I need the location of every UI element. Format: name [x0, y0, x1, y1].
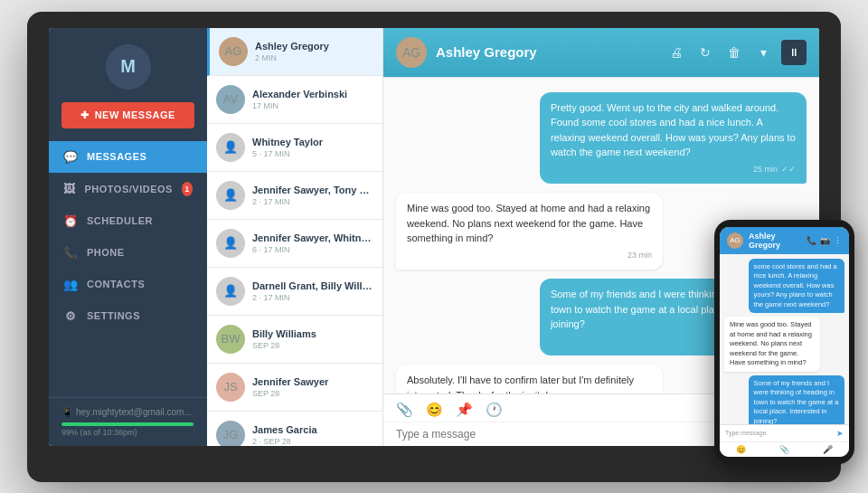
chat-header-actions: 🖨 ↻ 🗑 ▾ ⏸: [665, 40, 807, 65]
conv-name: Jennifer Sawyer: [252, 376, 373, 387]
list-item[interactable]: 👤 Jennifer Sawyer, Whitney Taylor 6 · 17…: [207, 220, 382, 268]
avatar: 👤: [216, 277, 245, 306]
delete-icon[interactable]: 🗑: [723, 42, 745, 63]
clock-icon[interactable]: 🕐: [486, 402, 503, 418]
sidebar-item-label: CONTACTS: [87, 279, 145, 289]
conv-meta: 2 MIN: [255, 53, 373, 62]
conv-meta: 2 · SEP 28: [252, 437, 373, 446]
avatar: 👤: [216, 229, 245, 258]
conv-name: Jennifer Sawyer, Tony Liang: [252, 185, 373, 195]
phone-avatar: AG: [727, 232, 743, 249]
phone-call-icon[interactable]: 📞: [807, 236, 816, 245]
message-text: Absolutely. I'll have to confirm later b…: [407, 374, 634, 393]
phone-small-icon: 📱: [61, 407, 72, 417]
phone-bottom-bar: 😊 📎 🎤: [720, 441, 849, 457]
phone-messages: some cool stores and had a nice lunch. A…: [720, 254, 849, 424]
list-item[interactable]: JG James Garcia 2 · SEP 28: [207, 412, 382, 446]
conv-name: Ashley Gregory: [255, 41, 373, 52]
list-item[interactable]: AV Alexander Verbinski 17 MIN: [207, 76, 382, 124]
sidebar-logo: M: [49, 28, 207, 102]
phone-overlay: AG Ashley Gregory 📞 📷 ⋮ some cool stores…: [714, 220, 854, 464]
conv-name: Jennifer Sawyer, Whitney Taylor: [252, 232, 373, 243]
phone-icon: 📞: [63, 246, 78, 260]
sidebar-item-label: SCHEDULER: [87, 215, 153, 226]
phone-video-icon[interactable]: 📷: [820, 236, 830, 245]
logo-icon: M: [106, 44, 151, 90]
conv-meta: 6 · 17 MIN: [252, 245, 373, 254]
sidebar-item-label: MESSAGES: [87, 151, 146, 162]
phone-message: some cool stores and had a nice lunch. A…: [749, 259, 844, 314]
phone-attach-icon[interactable]: 📎: [779, 445, 789, 454]
phone-header-icons: 📞 📷 ⋮: [807, 236, 842, 245]
conv-meta: 17 MIN: [252, 101, 373, 110]
sidebar: M ✚ NEW MESSAGE 💬 MESSAGES 🖼 PHOTOS/VIDE…: [49, 28, 207, 446]
sidebar-item-messages[interactable]: 💬 MESSAGES: [49, 141, 207, 173]
avatar: 👤: [216, 181, 245, 210]
phone-send-icon[interactable]: ➤: [836, 429, 844, 438]
list-item[interactable]: 👤 Whitney Taylor 5 · 17 MIN: [207, 124, 382, 172]
sidebar-item-label: PHONE: [87, 247, 125, 258]
read-icon: ✓✓: [781, 164, 796, 176]
conv-name: James Garcia: [252, 424, 373, 435]
conv-meta: 2 · 17 MIN: [252, 293, 373, 302]
attach-icon[interactable]: 📎: [396, 402, 413, 418]
conv-meta: SEP 28: [252, 389, 373, 398]
conv-meta: 5 · 17 MIN: [252, 149, 373, 158]
pause-button[interactable]: ⏸: [781, 40, 807, 65]
new-message-button[interactable]: ✚ NEW MESSAGE: [61, 102, 194, 128]
battery-bar: [61, 422, 194, 426]
photos-icon: 🖼: [63, 182, 76, 195]
message-time: 25 min ✓✓: [551, 164, 796, 176]
photos-badge: 1: [182, 182, 193, 196]
phone-menu-icon[interactable]: ⋮: [834, 236, 842, 245]
list-item[interactable]: BW Billy Williams SEP 28: [207, 316, 382, 364]
phone-input-placeholder: Type message: [725, 430, 833, 436]
sidebar-item-contacts[interactable]: 👥 CONTACTS: [49, 269, 207, 300]
phone-header: AG Ashley Gregory 📞 📷 ⋮: [720, 227, 849, 254]
conv-name: Alexander Verbinski: [252, 89, 373, 100]
chat-header-name: Ashley Gregory: [436, 44, 656, 60]
list-item[interactable]: AG Ashley Gregory 2 MIN: [207, 28, 382, 76]
settings-icon: ⚙: [63, 309, 78, 323]
battery-label: 99% (as of 10:36pm): [61, 428, 194, 437]
avatar: BW: [216, 325, 245, 354]
sidebar-item-photos-videos[interactable]: 🖼 PHOTOS/VIDEOS 1: [49, 173, 207, 205]
phone-message: Some of my friends and I were thinking o…: [749, 375, 844, 424]
conv-name: Darnell Grant, Billy Williams: [252, 280, 373, 291]
conv-name: Whitney Taylor: [252, 137, 373, 147]
message-bubble: Absolutely. I'll have to confirm later b…: [396, 365, 663, 393]
print-icon[interactable]: 🖨: [665, 42, 687, 63]
chat-header-avatar: AG: [396, 37, 427, 68]
message-text: Pretty good. Went up to the city and wal…: [551, 102, 796, 158]
avatar: JS: [216, 373, 245, 402]
chevron-down-icon[interactable]: ▾: [752, 42, 774, 63]
sidebar-item-settings[interactable]: ⚙ SETTINGS: [49, 300, 207, 332]
conv-name: Billy Williams: [252, 328, 373, 339]
pin-icon[interactable]: 📌: [456, 402, 473, 418]
sidebar-item-phone[interactable]: 📞 PHONE: [49, 237, 207, 269]
message-bubble: Mine was good too. Stayed at home and ha…: [396, 193, 663, 270]
avatar: 👤: [216, 133, 245, 162]
list-item[interactable]: JS Jennifer Sawyer SEP 28: [207, 364, 382, 412]
emoji-icon[interactable]: 😊: [426, 402, 443, 418]
phone-screen: AG Ashley Gregory 📞 📷 ⋮ some cool stores…: [720, 227, 849, 457]
phone-input-area: Type message ➤: [720, 424, 849, 441]
list-item[interactable]: 👤 Darnell Grant, Billy Williams 2 · 17 M…: [207, 268, 382, 316]
refresh-icon[interactable]: ↻: [694, 42, 716, 63]
sidebar-nav: 💬 MESSAGES 🖼 PHOTOS/VIDEOS 1 ⏰ SCHEDULER…: [49, 141, 207, 397]
laptop-frame: M ✚ NEW MESSAGE 💬 MESSAGES 🖼 PHOTOS/VIDE…: [27, 12, 841, 482]
conv-meta: SEP 28: [252, 341, 373, 350]
phone-emoji-icon[interactable]: 😊: [736, 445, 746, 454]
sidebar-item-scheduler[interactable]: ⏰ SCHEDULER: [49, 205, 207, 237]
phone-mic-icon[interactable]: 🎤: [823, 445, 833, 454]
sidebar-footer: 📱 hey.mightytext@gmail.com... 99% (as of…: [49, 397, 207, 446]
chat-header: AG Ashley Gregory 🖨 ↻ 🗑 ▾ ⏸: [383, 28, 819, 78]
plus-icon: ✚: [80, 109, 90, 121]
avatar: AG: [219, 37, 248, 66]
list-item[interactable]: 👤 Jennifer Sawyer, Tony Liang 2 · 17 MIN: [207, 172, 382, 220]
conv-meta: 2 · 17 MIN: [252, 197, 373, 206]
sidebar-item-label: PHOTOS/VIDEOS: [85, 184, 173, 194]
phone-message: Mine was good too. Stayed at home and ha…: [724, 317, 820, 372]
sidebar-item-label: SETTINGS: [87, 310, 140, 321]
scheduler-icon: ⏰: [63, 214, 78, 228]
